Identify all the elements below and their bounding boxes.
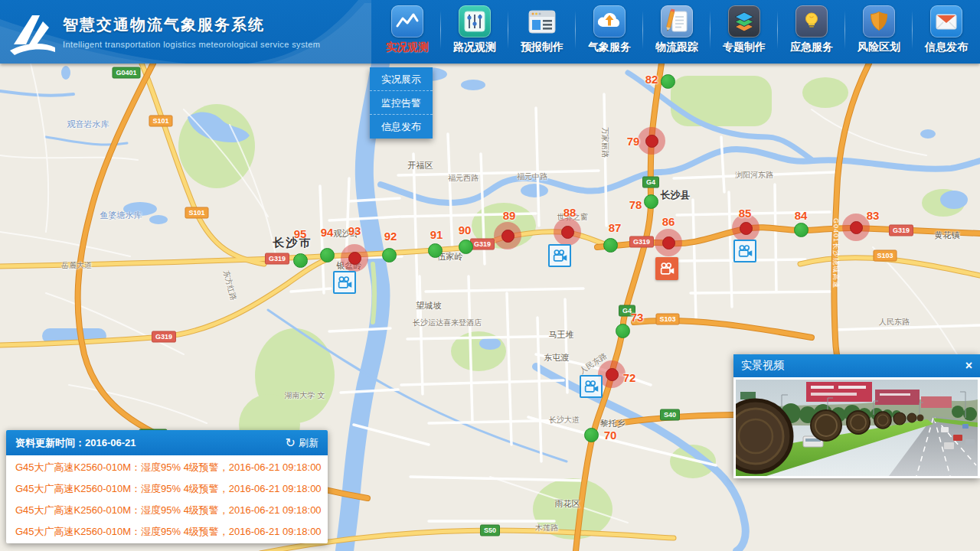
camera-icon[interactable] [548, 244, 571, 267]
submenu-item-live-display[interactable]: 实况展示 [370, 67, 433, 91]
refresh-button[interactable]: ↻ 刷新 [286, 436, 318, 450]
station-dot [662, 236, 675, 249]
station-value: 93 [348, 224, 361, 237]
alert-panel: 资料更新时间：2016-06-21 ↻ 刷新 G45大广高速K2560-010M… [6, 430, 328, 543]
road-badge: G0401 [112, 67, 140, 79]
nav-item-weather-service[interactable]: 气象服务 [576, 0, 643, 64]
road-badge: G319 [470, 239, 495, 250]
nav-item-forecast-production[interactable]: 预报制作 [508, 0, 576, 64]
road-badge: G4 [642, 177, 659, 188]
camera-icon[interactable] [655, 257, 678, 280]
map-label: 长沙县 [661, 188, 691, 202]
nav-item-risk-zoning[interactable]: 风险区划 [845, 0, 913, 64]
map-label: 开福区 [408, 160, 433, 171]
video-frame[interactable] [736, 380, 978, 476]
brand-block: 智慧交通物流气象服务系统 Intelligent transportation … [0, 0, 360, 64]
road-badge: G319 [629, 236, 654, 248]
station-dot [348, 252, 361, 265]
envelope-icon [930, 5, 962, 37]
map-label: 黎托乡 [600, 418, 626, 429]
map-label: 东方红路 [220, 269, 239, 302]
map-label: 东屯渡 [544, 352, 570, 364]
station-dot [740, 222, 753, 235]
nav-item-info-release[interactable]: 信息发布 [913, 0, 980, 64]
station-dot [616, 324, 630, 338]
video-panel-title: 实景视频 [741, 359, 784, 373]
close-icon[interactable]: × [965, 360, 972, 372]
station-dot [320, 248, 335, 262]
app-screen: 智慧交通物流气象服务系统 Intelligent transportation … [0, 0, 980, 551]
video-still [736, 380, 978, 476]
video-camera-glyph [659, 261, 675, 277]
nav-item-thematic-production[interactable]: 专题制作 [710, 0, 778, 64]
station-value: 85 [739, 207, 752, 220]
app-title: 智慧交通物流气象服务系统 [63, 15, 320, 35]
map-label: 木莲路 [535, 523, 558, 533]
alert-row[interactable]: G45大广高速K2560-010M：湿度95% 4级预警，2016-06-21 … [6, 478, 328, 500]
station-dot [501, 230, 514, 243]
road-badge: G319 [152, 331, 176, 343]
live-observation-submenu: 实况展示 监控告警 信息发布 [370, 67, 433, 139]
alert-row[interactable]: G45大广高速K2560-010M：湿度95% 4级预警，2016-06-21 … [6, 521, 328, 543]
submenu-item-info-release[interactable]: 信息发布 [370, 115, 433, 139]
station-value: 94 [321, 226, 334, 239]
map-canvas[interactable]: 观音岩水库 鱼婆塘水库 长沙市 长沙县 开福区 福元西路 福元中路 世界之窗 伍… [0, 64, 980, 551]
update-time-label: 资料更新时间：2016-06-21 [15, 436, 136, 450]
nav-item-logistics-tracking[interactable]: 物流跟踪 [643, 0, 710, 64]
video-panel: 实景视频 × [733, 354, 980, 478]
map-label: 万家丽路 [599, 127, 610, 158]
alert-row[interactable]: G45大广高速K2560-010M：湿度95% 4级预警，2016-06-21 … [6, 457, 328, 478]
alert-panel-header: 资料更新时间：2016-06-21 ↻ 刷新 [6, 430, 328, 455]
camera-icon[interactable] [733, 240, 756, 262]
map-label: 福元西路 [448, 173, 479, 184]
station-value: 89 [503, 209, 516, 222]
map-label: 鱼婆塘水库 [100, 210, 142, 221]
map-label: 福元中路 [517, 171, 547, 182]
station-dot [428, 243, 443, 258]
alert-row[interactable]: G45大广高速K2560-010M：湿度95% 4级预警，2016-06-21 … [6, 500, 328, 521]
video-panel-header: 实景视频 × [733, 354, 980, 377]
document-window-icon [526, 5, 558, 37]
camera-icon[interactable] [333, 271, 356, 294]
station-dot [644, 194, 658, 209]
app-subtitle: Intelligent transportation logistics met… [63, 40, 320, 49]
station-value: 83 [867, 209, 880, 222]
map-label: 黄花镇 [935, 230, 960, 241]
video-camera-glyph [337, 275, 353, 291]
nav-item-live-observation[interactable]: 实况观测 [374, 0, 441, 64]
video-camera-glyph [583, 379, 599, 395]
station-value: 70 [604, 429, 617, 442]
app-logo-icon [8, 11, 57, 57]
station-dot [561, 226, 574, 239]
sliders-icon [459, 5, 491, 37]
video-camera-glyph [737, 243, 753, 259]
station-value: 79 [627, 135, 640, 148]
station-dot [794, 223, 808, 237]
station-value: 84 [795, 209, 808, 222]
station-dot [850, 221, 863, 234]
shield-icon [863, 5, 895, 37]
station-dot [382, 248, 397, 262]
map-label: 观音岩水库 [67, 119, 109, 130]
road-badge: S103 [655, 314, 679, 325]
road-badge: S101 [185, 207, 208, 219]
map-label: 岳麓大道 [61, 260, 92, 271]
map-label: 马王堆 [549, 329, 574, 341]
station-value: 78 [629, 198, 642, 211]
submenu-item-monitoring-alarm[interactable]: 监控告警 [370, 91, 433, 115]
nav-item-emergency-service[interactable]: 应急服务 [778, 0, 845, 64]
line-chart-icon [391, 5, 423, 37]
refresh-icon: ↻ [286, 437, 296, 449]
camera-icon[interactable] [580, 375, 603, 398]
station-dot [645, 135, 658, 148]
map-label: 雨花区 [555, 498, 580, 510]
station-value: 90 [459, 223, 472, 236]
station-dot [606, 368, 619, 381]
station-dot [293, 253, 308, 268]
station-value: 73 [631, 311, 644, 324]
map-label: 浏阳河东路 [735, 170, 773, 181]
road-badge: S50 [480, 525, 500, 536]
video-camera-glyph [552, 248, 568, 264]
app-header: 智慧交通物流气象服务系统 Intelligent transportation … [0, 0, 980, 64]
nav-item-road-observation[interactable]: 路况观测 [441, 0, 508, 64]
